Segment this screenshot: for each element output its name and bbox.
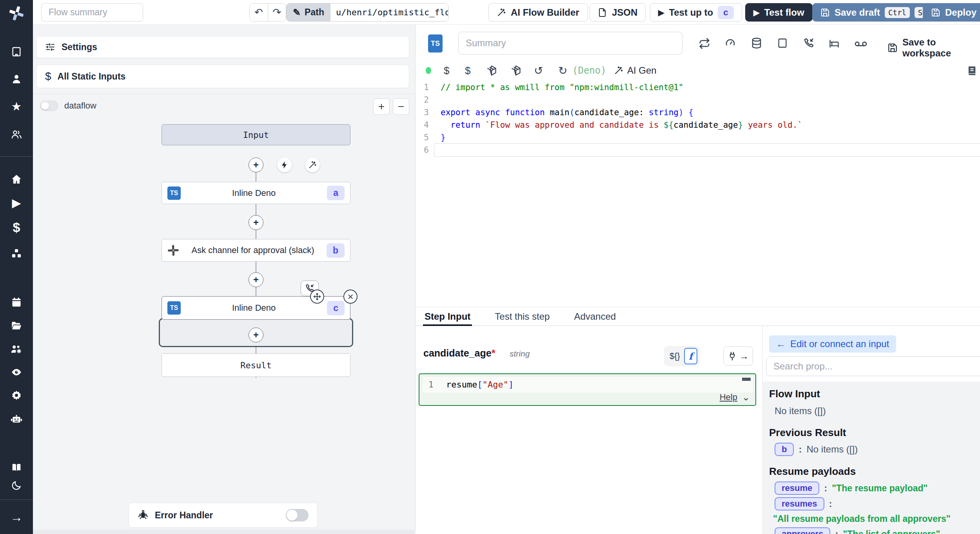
json-button[interactable]: JSON [590, 3, 646, 22]
add-step-button[interactable]: + [249, 328, 263, 342]
resume-pill[interactable]: resume [775, 482, 819, 495]
step-summary-input[interactable]: Summary [458, 32, 682, 54]
retry-repeat-icon[interactable] [699, 38, 710, 49]
dataflow-toggle[interactable] [40, 101, 58, 111]
user-icon[interactable] [11, 74, 22, 85]
ai-suggest-button[interactable] [305, 157, 320, 172]
edit-or-connect-button[interactable]: ← Edit or connect an input [769, 335, 896, 353]
error-handler-row[interactable]: Error Handler [129, 503, 318, 528]
code-line[interactable]: 2 [416, 94, 980, 106]
template-mode-toggle[interactable]: ${} [670, 351, 680, 361]
tab-step-input[interactable]: Step Input [425, 307, 470, 326]
left-sidebar: ★ ▶ $ [0, 0, 33, 534]
cache-database-icon[interactable] [751, 37, 762, 49]
path-input[interactable]: u/henri/optimistic_flo [330, 4, 448, 21]
redo-button[interactable]: ↷ [268, 4, 286, 21]
deno-language-label[interactable]: (Deno) [572, 65, 606, 76]
previous-result-title: Previous Result [769, 427, 980, 439]
code-editor[interactable]: 1// import * as wmill from "npm:windmill… [416, 81, 980, 331]
flow-node-a[interactable]: TS Inline Deno a [162, 182, 350, 204]
delete-node-button[interactable]: × [343, 290, 358, 304]
code-line[interactable]: 3export async function main(candidate_ag… [416, 106, 980, 119]
flow-node-b[interactable]: Ask channel for approval (slack) b [162, 239, 350, 262]
flow-summary-input[interactable]: Flow summary [41, 3, 143, 22]
folders-icon[interactable] [11, 320, 22, 331]
save-to-workspace-button[interactable]: Save to workspace [887, 37, 980, 59]
resources-boxes-icon[interactable] [11, 248, 22, 259]
save-to-workspace-label: Save to workspace [902, 37, 980, 59]
runs-play-icon[interactable]: ▶ [12, 197, 21, 209]
add-step-button[interactable]: + [249, 272, 263, 287]
workers-users-cog-icon[interactable] [10, 344, 23, 355]
add-step-button[interactable]: + [249, 215, 263, 230]
deploy-button[interactable]: Deploy ⌄ [923, 3, 980, 22]
vars-dollar-icon[interactable]: $ [444, 65, 449, 77]
docs-book-icon[interactable] [11, 462, 22, 472]
save-draft-button[interactable]: Save draft Ctrl S [812, 3, 934, 22]
package-icon[interactable] [486, 65, 497, 76]
schedules-calendar-icon[interactable] [11, 297, 22, 308]
approvers-desc: "The list of approvers" [843, 529, 940, 534]
all-static-inputs-button[interactable]: $ All Static Inputs [36, 65, 409, 88]
zoom-in-button[interactable]: + [373, 98, 390, 115]
prev-result-pill-b[interactable]: b [775, 443, 794, 456]
approvers-pill[interactable]: approvers [775, 527, 830, 534]
code-line[interactable]: 6 [416, 144, 980, 156]
connect-input-button[interactable]: → [723, 346, 753, 366]
plus-icon: + [253, 159, 259, 170]
ai-flow-builder-button[interactable]: AI Flow Builder [488, 3, 588, 22]
assets-book-icon[interactable] [966, 65, 977, 76]
variables-dollar-icon[interactable]: $ [13, 221, 20, 234]
input-mode-group: ${} f [664, 346, 700, 366]
mock-square-icon[interactable] [777, 38, 788, 49]
suspend-phone-icon[interactable] [803, 37, 815, 49]
help-link[interactable]: Help [720, 392, 737, 402]
dark-mode-moon-icon[interactable] [11, 480, 22, 491]
flow-node-result[interactable]: Result [162, 353, 350, 377]
expression-editor[interactable]: 1resume["Age"] Help ⌄ [419, 373, 756, 406]
flow-node-input[interactable]: Input [162, 124, 350, 145]
home-icon[interactable] [11, 174, 22, 185]
tab-test-this-step[interactable]: Test this step [495, 307, 550, 326]
package-icon[interactable] [510, 65, 521, 76]
resources-dollar-icon[interactable]: $ [465, 65, 470, 77]
favorites-star-icon[interactable]: ★ [11, 101, 22, 112]
expr-code[interactable]: resume["Age"] [440, 377, 753, 393]
early-stop-gauge-icon[interactable] [724, 38, 736, 49]
add-step-button[interactable]: + [249, 157, 263, 172]
resumes-pill[interactable]: resumes [775, 497, 824, 510]
path-button[interactable]: ✎ Path [287, 4, 330, 21]
field-type: string [510, 349, 530, 358]
trigger-bolt-button[interactable] [277, 157, 292, 172]
search-prop-input[interactable]: Search prop... [766, 357, 980, 376]
plug-icon [728, 351, 737, 361]
settings-gear-icon[interactable] [11, 390, 22, 401]
error-handler-toggle[interactable] [286, 509, 309, 521]
chevron-down-icon[interactable]: ⌄ [742, 392, 750, 403]
code-line[interactable]: 5} [416, 131, 980, 144]
save-icon [887, 43, 898, 53]
ai-robot-icon[interactable] [10, 413, 23, 425]
sleep-bed-icon[interactable] [828, 38, 840, 49]
test-up-to-button[interactable]: ▶ Test up to c [650, 3, 742, 22]
tab-advanced[interactable]: Advanced [574, 307, 616, 326]
voicemail-icon[interactable] [855, 39, 867, 49]
move-node-handle[interactable] [310, 290, 324, 304]
function-mode-toggle[interactable]: f [684, 348, 697, 364]
ai-gen-button[interactable]: AI Gen [614, 65, 657, 76]
undo-button[interactable]: ↶ [250, 4, 268, 21]
colon: : [835, 529, 838, 534]
test-flow-button[interactable]: ▶ Test flow [745, 3, 813, 22]
groups-users-icon[interactable] [11, 129, 22, 140]
audit-eye-icon[interactable] [11, 367, 22, 378]
flow-settings-button[interactable]: Settings [36, 36, 409, 58]
expand-arrow-right-icon[interactable]: → [10, 511, 23, 523]
code-line[interactable]: 1// import * as wmill from "npm:windmill… [416, 81, 980, 94]
code-line[interactable]: 4 return `Flow was approved and candidat… [416, 119, 980, 131]
windmill-logo[interactable] [9, 5, 24, 21]
workspace-building-icon[interactable] [11, 46, 22, 57]
reset-rotate-ccw-icon[interactable]: ↺ [534, 64, 543, 77]
zoom-out-button[interactable]: − [393, 98, 409, 115]
wand-icon [614, 66, 623, 75]
reload-rotate-cw-icon[interactable]: ↻ [558, 64, 567, 77]
